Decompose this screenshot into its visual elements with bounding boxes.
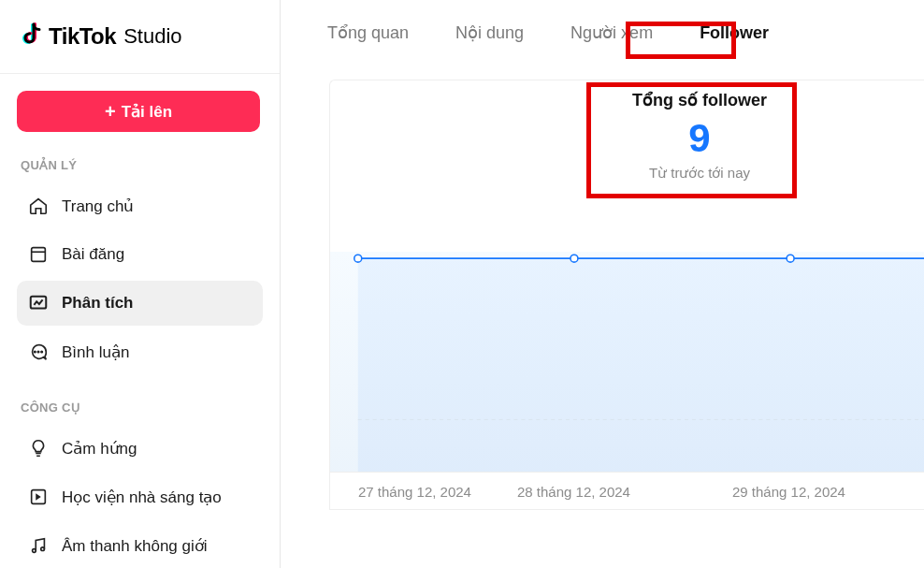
- svg-point-7: [41, 547, 45, 551]
- sidebar: TikTok Studio + Tải lên QUẢN LÝ Trang ch…: [0, 0, 281, 568]
- analytics-icon: [28, 293, 49, 313]
- svg-rect-8: [358, 258, 924, 472]
- highlight-stat-card: [586, 82, 797, 198]
- sidebar-item-posts[interactable]: Bài đăng: [17, 232, 263, 277]
- logo-text-tiktok: TikTok: [49, 23, 116, 50]
- sidebar-item-academy[interactable]: Học viện nhà sáng tạo: [17, 474, 263, 519]
- sidebar-item-audio[interactable]: Âm thanh không giới: [17, 523, 263, 568]
- home-icon: [28, 196, 49, 216]
- sidebar-item-home[interactable]: Trang chủ: [17, 183, 263, 228]
- sidebar-item-label: Bài đăng: [62, 245, 124, 264]
- chart-x-axis: 27 tháng 12, 2024 28 tháng 12, 2024 29 t…: [330, 472, 924, 509]
- sidebar-item-inspiration[interactable]: Cảm hứng: [17, 426, 263, 471]
- x-label-2: 29 tháng 12, 2024: [732, 484, 845, 500]
- x-label-0: 27 tháng 12, 2024: [358, 484, 471, 500]
- highlight-follower-tab: [626, 22, 736, 59]
- upload-label: Tải lên: [122, 102, 172, 122]
- svg-point-4: [41, 351, 42, 352]
- nav-tools: Cảm hứng Học viện nhà sáng tạo Âm thanh …: [17, 426, 263, 568]
- svg-point-6: [33, 549, 36, 553]
- svg-point-13: [787, 255, 794, 262]
- sidebar-item-label: Học viện nhà sáng tạo: [62, 488, 222, 507]
- nav-manage: Trang chủ Bài đăng Phân tích Bình luận: [17, 183, 263, 374]
- svg-point-12: [570, 255, 578, 262]
- svg-point-11: [354, 255, 362, 262]
- sidebar-item-label: Phân tích: [62, 294, 134, 313]
- section-tools-label: CÔNG CỤ: [21, 401, 263, 415]
- music-icon: [28, 535, 49, 556]
- tiktok-note-icon: [21, 22, 43, 51]
- sidebar-item-comments[interactable]: Bình luận: [17, 329, 263, 374]
- lightbulb-icon: [28, 438, 49, 459]
- sidebar-item-analytics[interactable]: Phân tích: [17, 281, 263, 326]
- sidebar-item-label: Bình luận: [62, 342, 129, 362]
- logo-text-studio: Studio: [123, 24, 181, 49]
- logo-area: TikTok Studio: [0, 0, 280, 74]
- x-label-1: 28 tháng 12, 2024: [517, 484, 630, 500]
- svg-point-3: [37, 351, 38, 352]
- plus-icon: +: [105, 102, 116, 121]
- tiktok-studio-logo[interactable]: TikTok Studio: [21, 22, 182, 51]
- posts-icon: [28, 244, 49, 265]
- sidebar-item-label: Âm thanh không giới: [62, 536, 208, 556]
- section-manage-label: QUẢN LÝ: [21, 158, 263, 172]
- svg-point-2: [35, 351, 36, 352]
- sidebar-item-label: Trang chủ: [62, 197, 134, 216]
- academy-icon: [28, 487, 49, 507]
- tab-content[interactable]: Nội dung: [448, 17, 531, 49]
- sidebar-item-label: Cảm hứng: [62, 439, 137, 459]
- analytics-tabs: Tổng quan Nội dung Người xem Follower: [281, 0, 924, 66]
- tab-overview[interactable]: Tổng quan: [320, 17, 416, 49]
- upload-button[interactable]: + Tải lên: [17, 91, 260, 132]
- comments-icon: [28, 342, 49, 362]
- svg-rect-0: [32, 248, 46, 262]
